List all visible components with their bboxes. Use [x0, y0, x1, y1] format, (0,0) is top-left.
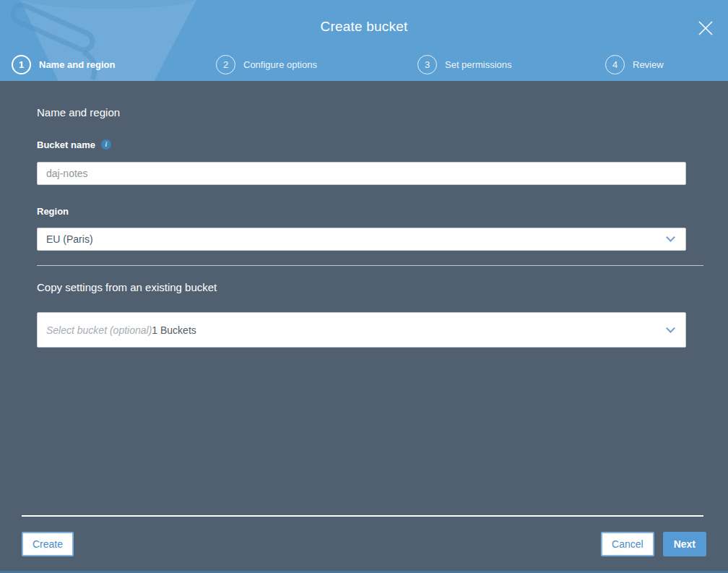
- footer-divider: [22, 515, 703, 517]
- step-2-circle: 2: [216, 55, 235, 74]
- modal-body: Name and region Bucket name i Region EU …: [0, 81, 728, 573]
- step-3-circle: 3: [417, 55, 437, 74]
- bucket-name-input[interactable]: [37, 162, 686, 185]
- modal-title: Create bucket: [0, 19, 728, 35]
- close-icon[interactable]: [695, 17, 716, 39]
- step-4-label: Review: [633, 59, 664, 70]
- step-review[interactable]: 4 Review: [605, 53, 664, 75]
- copy-settings-heading: Copy settings from an existing bucket: [37, 281, 686, 294]
- modal-footer: Create Cancel Next: [22, 532, 706, 556]
- modal-header: Create bucket 1 Name and region 2 Config…: [0, 0, 728, 81]
- step-configure-options[interactable]: 2 Configure options: [216, 53, 317, 75]
- bucket-count-text: 1 Buckets: [152, 324, 196, 336]
- step-1-label: Name and region: [39, 59, 115, 70]
- create-button[interactable]: Create: [22, 532, 74, 556]
- step-4-circle: 4: [605, 55, 625, 74]
- info-icon[interactable]: i: [101, 139, 111, 150]
- chevron-down-icon: [666, 233, 675, 242]
- region-select[interactable]: EU (Paris): [37, 228, 686, 251]
- region-label: Region: [37, 206, 69, 217]
- region-selected-value: EU (Paris): [46, 233, 93, 245]
- copy-bucket-placeholder: Select bucket (optional): [46, 324, 152, 336]
- chevron-down-icon: [666, 324, 675, 333]
- create-bucket-modal: Create bucket 1 Name and region 2 Config…: [0, 0, 728, 573]
- section-heading-name-and-region: Name and region: [37, 106, 686, 119]
- step-2-label: Configure options: [243, 59, 317, 70]
- step-set-permissions[interactable]: 3 Set permissions: [417, 53, 511, 75]
- section-divider: [37, 265, 703, 266]
- step-3-label: Set permissions: [445, 59, 511, 70]
- wizard-steps: 1 Name and region 2 Configure options 3 …: [0, 53, 728, 77]
- bucket-name-label: Bucket name: [37, 139, 95, 150]
- step-name-and-region[interactable]: 1 Name and region: [12, 53, 115, 75]
- next-button[interactable]: Next: [663, 532, 706, 556]
- copy-bucket-select[interactable]: Select bucket (optional) 1 Buckets: [37, 312, 686, 348]
- step-1-circle: 1: [12, 55, 31, 74]
- cancel-button[interactable]: Cancel: [601, 532, 654, 556]
